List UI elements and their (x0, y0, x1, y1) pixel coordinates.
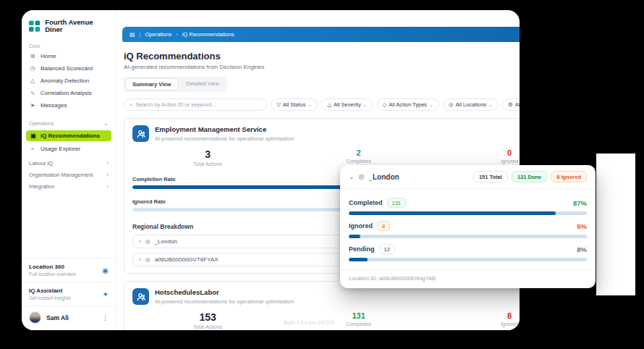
chevron-down-icon: ⌄ (488, 102, 493, 108)
stat-bar (349, 211, 587, 215)
card-title: Employment Management Service (155, 125, 294, 133)
stat-line: Completed 131 87% (349, 198, 587, 208)
trend-chart-icon: ∿ (29, 90, 36, 96)
user-name: Sam Ali (46, 314, 97, 321)
breadcrumb-level2[interactable]: iQ Recommendations (182, 31, 234, 38)
filter-label: All Severity (334, 101, 361, 108)
sidebar-item-label: Correlation Analysis (41, 90, 92, 96)
popup-region-name: _London (368, 173, 399, 181)
stat-ignored-label: Ignored (434, 321, 520, 327)
stat-line: Pending 12 8% (349, 244, 587, 254)
filter-action-types[interactable]: ◇ All Action Types ⌄ (377, 98, 439, 111)
stat-label: Completed (349, 199, 383, 206)
sidebar-group-label: Integration (29, 183, 54, 190)
card-subtitle: AI-powered recommendations for operation… (155, 298, 294, 305)
chevron-down-icon[interactable]: ⌄ (349, 173, 355, 180)
sidebar-group-organisation-management[interactable]: Organisation Management › (22, 167, 116, 178)
sidebar-spacer (22, 190, 116, 258)
filter-bar: ⌕ ▽ All Status ⌄ △ All Severity ⌄ ◇ All … (124, 98, 520, 111)
stat-count-badge: 12 (379, 244, 395, 254)
location-pin-icon: ◎ (449, 101, 454, 108)
tab-summary-view[interactable]: Summary View (125, 78, 178, 91)
iq-assistant-title: IQ Assistant (29, 287, 71, 294)
stat-total-label: Total Actions (132, 161, 283, 167)
chevron-down-icon: ⌄ (363, 102, 368, 108)
chevron-down-icon: ⌄ (429, 102, 433, 108)
sidebar-section-operations[interactable]: Operations ⌄ (22, 114, 116, 129)
sidebar-item-usage-explorer[interactable]: ⌁ Usage Explorer (22, 143, 116, 155)
page-header: iQ Recommendations AI-generated recommen… (122, 51, 520, 70)
sidebar-item-iq-recommendations[interactable]: ▣ iQ Recommendations (26, 130, 111, 141)
popup-header[interactable]: ⌄ ◎ _London 151 Total 131 Done 8 Ignored (340, 165, 596, 189)
filter-locations[interactable]: ◎ All Locations ⌄ (443, 98, 499, 111)
search-input[interactable] (135, 101, 261, 108)
done-badge: 131 Done (512, 171, 547, 182)
popup-body: Completed 131 87% Ignored 8 5% (340, 189, 596, 261)
stat-ignored-value: 8 (434, 311, 520, 320)
user-menu[interactable]: Sam Ali ⋮ (22, 306, 116, 330)
card-title: HotschedulesLabor (155, 288, 294, 296)
stat-percent: 5% (577, 222, 587, 230)
breadcrumb-level1[interactable]: Operations (145, 31, 172, 38)
chevron-right-icon: › (106, 183, 109, 190)
filter-label: All Status (283, 101, 306, 108)
page-subtitle: AI-generated recommendations from Decisi… (124, 64, 264, 70)
location-detail-popup: ⌄ ◎ _London 151 Total 131 Done 8 Ignored… (340, 165, 596, 288)
sidebar-item-label: Usage Explorer (41, 146, 80, 152)
avatar (29, 311, 41, 324)
stat-total-value: 153 (132, 311, 283, 323)
filter-severity[interactable]: △ All Severity ⌄ (321, 98, 373, 111)
page-header-text: iQ Recommendations AI-generated recommen… (124, 51, 264, 70)
popup-stat-ignored: Ignored 8 5% (349, 221, 587, 238)
sidebar-group-integration[interactable]: Integration › (22, 178, 116, 190)
filter-agents[interactable]: ⚙ All Agents ⌄ (502, 98, 520, 111)
filter-label: All Locations (456, 101, 487, 108)
stat-percent: 87% (573, 199, 587, 207)
chevron-right-icon: › (139, 256, 141, 263)
agent-icon: ⚙ (508, 101, 513, 108)
sidebar-section-label: Operations (29, 121, 54, 126)
sidebar-group-labour-iq[interactable]: Labour iQ › (22, 155, 116, 167)
brand-logo-icon (28, 20, 41, 33)
filter-status[interactable]: ▽ All Status ⌄ (271, 98, 318, 111)
stat-count-badge: 8 (377, 221, 390, 231)
chevron-right-icon: › (106, 160, 109, 167)
build-version-note: Build: 1.0.0-dev.342.575 (284, 320, 334, 325)
chevron-down-icon: ⌄ (103, 120, 109, 127)
filter-label: All Action Types (389, 101, 427, 108)
sidebar-item-anomaly-detection[interactable]: △ Anomaly Detection (22, 75, 116, 87)
stat-completed-value: 131 (283, 311, 433, 320)
chevron-down-icon: ⌄ (308, 102, 312, 108)
stat-completed-value: 2 (283, 148, 433, 157)
location-pin-icon: ◎ (145, 238, 151, 245)
activity-icon: ⌁ (29, 146, 36, 152)
region-name: _London (155, 238, 177, 245)
breadcrumb-bar: ▤ | Operations › iQ Recommendations (122, 27, 520, 42)
search-box[interactable]: ⌕ (124, 98, 267, 111)
sidebar-item-balanced-scorecard[interactable]: ◷ Balanced Scorecard (22, 62, 116, 75)
stat-total: 153 Total Actions (132, 311, 283, 329)
sidebar-toggle-icon[interactable]: ▤ (130, 31, 135, 38)
sidebar-item-home[interactable]: ⊞ Home (22, 50, 116, 62)
ignored-badge: 8 Ignored (551, 171, 587, 182)
iq-assistant-card[interactable]: IQ Assistant Get instant insights ✦ (22, 282, 116, 306)
sparkles-icon: ✦ (103, 290, 109, 298)
popup-stat-completed: Completed 131 87% (349, 198, 587, 215)
card-header-text: Employment Management Service AI-powered… (155, 125, 294, 142)
sidebar-section-core: Core (22, 38, 116, 50)
card-stats: 3 Total Actions 2 Completed 0 Ignored (132, 148, 520, 167)
kebab-menu-icon[interactable]: ⋮ (102, 314, 109, 321)
sidebar-item-correlation-analysis[interactable]: ∿ Correlation Analysis (22, 87, 116, 99)
stat-total: 3 Total Actions (132, 148, 283, 167)
brand-name: Fourth Avenue Diner (45, 19, 109, 34)
stat-completed: 2 Completed (283, 148, 433, 167)
tab-detailed-view[interactable]: Detailed View (179, 78, 226, 91)
chevron-right-icon: › (139, 238, 141, 245)
location-pin-icon: ◎ (145, 256, 151, 263)
chevron-right-icon: › (106, 172, 109, 178)
location-360-card[interactable]: Location 360 Full location overview ◉ (22, 258, 116, 282)
total-badge: 151 Total (473, 171, 508, 182)
sidebar-item-messages[interactable]: ➤ Messages (22, 99, 116, 112)
breadcrumb-separator: | (140, 31, 141, 38)
briefcase-icon: ▣ (30, 133, 37, 139)
